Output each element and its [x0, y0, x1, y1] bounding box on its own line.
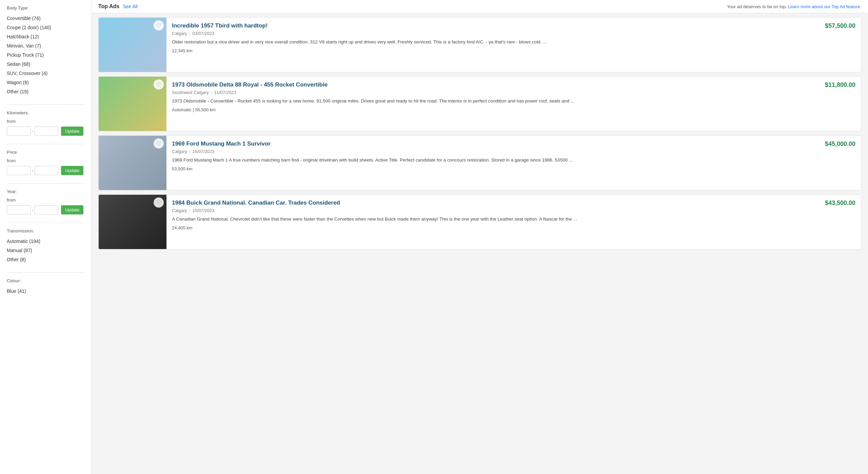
km-dash: -: [32, 129, 33, 134]
listing-image-wrap: ♡: [99, 195, 166, 249]
promo-link[interactable]: Learn more about our Top Ad feature.: [788, 4, 861, 9]
top-ads-right: Your ad deserves to be on top. Learn mor…: [727, 4, 861, 9]
km-from-label: from: [7, 119, 16, 124]
listing-card: ♡Incredible 1957 Tbird with hardtop!$57,…: [98, 17, 861, 72]
listing-price: $45,000.00: [825, 140, 855, 148]
listing-body: 1973 Oldsmobile Delta 88 Royal - 455 Roc…: [166, 77, 861, 131]
body-type-section: Body Type: Convertible (76)Coupe (2 door…: [7, 5, 84, 96]
listing-title[interactable]: 1973 Oldsmobile Delta 88 Royal - 455 Roc…: [172, 81, 328, 88]
kilometers-section: Kilometers: from - Update: [7, 110, 84, 136]
top-ads-label: Top Ads: [98, 3, 119, 10]
listing-location: Calgary: [172, 208, 187, 213]
listing-km: 53,500 km: [172, 166, 855, 171]
main-content: Top Ads See All Your ad deserves to be o…: [92, 0, 868, 474]
listing-image-wrap: ♡: [99, 77, 166, 131]
listing-description: Older restoration but a nice driver and …: [172, 39, 855, 45]
listing-price: $43,500.00: [825, 200, 855, 207]
listing-image-wrap: ♡: [99, 136, 166, 190]
sidebar: Body Type: Convertible (76)Coupe (2 door…: [0, 0, 92, 474]
body-types-list: Convertible (76)Coupe (2 door) (140)Hatc…: [7, 14, 84, 96]
listing-date: 16/07/2023: [192, 149, 214, 154]
listing-date: 10/07/2023: [192, 208, 214, 213]
listing-body: 1969 Ford Mustang Mach 1 Survivor$45,000…: [166, 136, 861, 190]
listing-km: Automatic | 56,500 km: [172, 107, 855, 112]
listing-location: Southwest Calgary: [172, 90, 209, 95]
km-update-button[interactable]: Update: [61, 127, 83, 136]
listing-description: 1969 Ford Mustang Mach 1 A true numbers …: [172, 157, 855, 164]
body-type-item[interactable]: SUV, Crossover (4): [7, 69, 84, 78]
listing-image-wrap: ♡: [99, 18, 166, 72]
body-type-label: Body Type:: [7, 5, 84, 11]
km-from-input[interactable]: [7, 127, 31, 136]
year-from-label: from: [7, 197, 16, 203]
listing-card: ♡1969 Ford Mustang Mach 1 Survivor$45,00…: [98, 135, 861, 190]
favourite-button[interactable]: ♡: [154, 138, 164, 149]
km-to-input[interactable]: [35, 127, 58, 136]
listing-meta: Calgary|16/07/2023: [172, 149, 855, 154]
listing-km: 24,405 km: [172, 225, 855, 230]
price-update-button[interactable]: Update: [61, 166, 83, 175]
listing-description: 1973 Oldsmobile - Convertible - Rocket 4…: [172, 98, 855, 105]
year-label: Year:: [7, 189, 84, 194]
body-type-item[interactable]: Convertible (76): [7, 14, 84, 23]
body-type-item[interactable]: Coupe (2 door) (140): [7, 23, 84, 32]
favourite-button[interactable]: ♡: [154, 197, 164, 208]
colour-list: Blue (41): [7, 287, 84, 296]
listing-title[interactable]: Incredible 1957 Tbird with hardtop!: [172, 22, 268, 29]
listing-meta: Southwest Calgary|11/07/2023: [172, 90, 855, 95]
transmission-label: Transmission:: [7, 228, 84, 233]
body-type-item[interactable]: Sedan (68): [7, 60, 84, 69]
listing-title[interactable]: 1984 Buick Grand National. Canadian Car.…: [172, 200, 340, 206]
top-ads-left: Top Ads See All: [98, 3, 138, 10]
listing-body: 1984 Buick Grand National. Canadian Car.…: [166, 195, 861, 249]
body-type-item[interactable]: Wagon (6): [7, 78, 84, 87]
year-to-input[interactable]: [35, 205, 58, 214]
listing-price: $57,500.00: [825, 22, 855, 30]
transmission-item[interactable]: Other (8): [7, 255, 84, 264]
price-from-label: from: [7, 158, 16, 163]
price-dash: -: [32, 168, 33, 173]
year-section: Year: from - Update: [7, 189, 84, 214]
listing-meta: Calgary|03/07/2023: [172, 31, 855, 36]
listings-container: ♡Incredible 1957 Tbird with hardtop!$57,…: [92, 13, 868, 258]
body-type-item[interactable]: Pickup Truck (71): [7, 51, 84, 60]
listing-title-row: Incredible 1957 Tbird with hardtop!$57,5…: [172, 22, 855, 30]
listing-meta: Calgary|10/07/2023: [172, 208, 855, 213]
listing-location: Calgary: [172, 149, 187, 154]
listing-body: Incredible 1957 Tbird with hardtop!$57,5…: [166, 18, 861, 72]
transmission-item[interactable]: Manual (87): [7, 246, 84, 255]
favourite-button[interactable]: ♡: [154, 20, 164, 31]
listing-title-row: 1973 Oldsmobile Delta 88 Royal - 455 Roc…: [172, 81, 855, 89]
listing-location: Calgary: [172, 31, 187, 36]
year-from-input[interactable]: [7, 205, 31, 214]
listing-title-row: 1969 Ford Mustang Mach 1 Survivor$45,000…: [172, 140, 855, 148]
listing-meta-sep: |: [189, 208, 190, 213]
transmission-section: Transmission: Automatic (194)Manual (87)…: [7, 228, 84, 264]
year-dash: -: [32, 207, 33, 212]
see-all-link[interactable]: See All: [123, 4, 138, 9]
body-type-item[interactable]: Minivan, Van (7): [7, 41, 84, 51]
listing-km: 12,345 km: [172, 48, 855, 53]
listing-price: $11,800.00: [825, 81, 855, 89]
listing-date: 11/07/2023: [214, 90, 236, 95]
listing-title[interactable]: 1969 Ford Mustang Mach 1 Survivor: [172, 140, 271, 147]
body-type-item[interactable]: Other (19): [7, 87, 84, 96]
listing-meta-sep: |: [211, 90, 212, 95]
favourite-button[interactable]: ♡: [154, 79, 164, 90]
price-from-input[interactable]: [7, 166, 31, 175]
transmission-item[interactable]: Automatic (194): [7, 237, 84, 246]
listing-date: 03/07/2023: [192, 31, 214, 36]
promo-text: Your ad deserves to be on top.: [727, 4, 787, 9]
body-type-item[interactable]: Hatchback (12): [7, 32, 84, 41]
colour-item[interactable]: Blue (41): [7, 287, 84, 296]
listing-title-row: 1984 Buick Grand National. Canadian Car.…: [172, 200, 855, 207]
kilometers-label: Kilometers:: [7, 110, 84, 115]
listing-description: A Canadian Grand National. Chevrolet did…: [172, 216, 855, 223]
listing-card: ♡1984 Buick Grand National. Canadian Car…: [98, 194, 861, 249]
colour-label: Colour:: [7, 278, 84, 283]
listing-card: ♡1973 Oldsmobile Delta 88 Royal - 455 Ro…: [98, 76, 861, 131]
listing-meta-sep: |: [189, 31, 190, 36]
year-update-button[interactable]: Update: [61, 205, 83, 214]
price-to-input[interactable]: [35, 166, 58, 175]
colour-section: Colour: Blue (41): [7, 278, 84, 296]
